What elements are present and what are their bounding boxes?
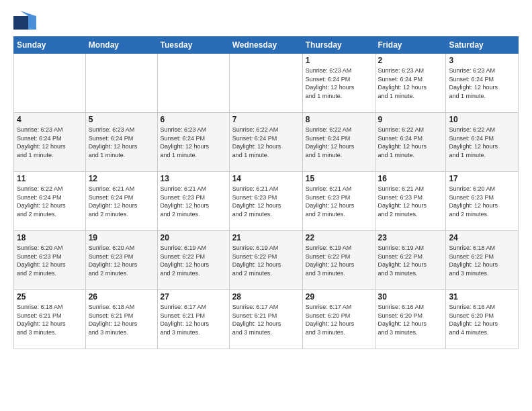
calendar-day-29: 29Sunrise: 6:17 AM Sunset: 6:20 PM Dayli… xyxy=(302,290,375,349)
day-number: 4 xyxy=(17,115,83,124)
day-info: Sunrise: 6:20 AM Sunset: 6:23 PM Dayligh… xyxy=(449,185,515,218)
day-number: 17 xyxy=(449,174,515,183)
calendar-header-row: SundayMondayTuesdayWednesdayThursdayFrid… xyxy=(14,37,519,54)
calendar-day-21: 21Sunrise: 6:19 AM Sunset: 6:22 PM Dayli… xyxy=(229,231,302,290)
day-info: Sunrise: 6:21 AM Sunset: 6:24 PM Dayligh… xyxy=(89,185,154,218)
weekday-header-wednesday: Wednesday xyxy=(229,37,302,54)
calendar-day-15: 15Sunrise: 6:21 AM Sunset: 6:23 PM Dayli… xyxy=(302,172,375,231)
calendar-table: SundayMondayTuesdayWednesdayThursdayFrid… xyxy=(13,36,519,349)
day-info: Sunrise: 6:20 AM Sunset: 6:23 PM Dayligh… xyxy=(89,244,154,277)
day-number: 24 xyxy=(449,233,515,242)
day-info: Sunrise: 6:23 AM Sunset: 6:24 PM Dayligh… xyxy=(449,66,515,100)
calendar-day-31: 31Sunrise: 6:16 AM Sunset: 6:20 PM Dayli… xyxy=(446,290,519,349)
day-number: 7 xyxy=(232,115,300,124)
day-number: 19 xyxy=(89,233,154,242)
day-info: Sunrise: 6:17 AM Sunset: 6:21 PM Dayligh… xyxy=(232,303,300,336)
day-number: 28 xyxy=(232,292,300,302)
day-info: Sunrise: 6:21 AM Sunset: 6:23 PM Dayligh… xyxy=(378,185,443,218)
calendar-week-4: 18Sunrise: 6:20 AM Sunset: 6:23 PM Dayli… xyxy=(14,231,519,290)
calendar-day-19: 19Sunrise: 6:20 AM Sunset: 6:23 PM Dayli… xyxy=(85,231,157,290)
day-number: 31 xyxy=(449,292,515,302)
calendar-day-17: 17Sunrise: 6:20 AM Sunset: 6:23 PM Dayli… xyxy=(446,172,519,231)
day-info: Sunrise: 6:23 AM Sunset: 6:24 PM Dayligh… xyxy=(378,66,443,100)
logo xyxy=(13,11,39,30)
calendar-day-9: 9Sunrise: 6:22 AM Sunset: 6:24 PM Daylig… xyxy=(375,113,446,172)
day-info: Sunrise: 6:21 AM Sunset: 6:23 PM Dayligh… xyxy=(232,185,300,218)
calendar-day-26: 26Sunrise: 6:18 AM Sunset: 6:21 PM Dayli… xyxy=(85,290,157,349)
day-number: 8 xyxy=(306,115,372,124)
day-info: Sunrise: 6:22 AM Sunset: 6:24 PM Dayligh… xyxy=(378,126,443,159)
day-number: 25 xyxy=(17,292,83,302)
day-number: 6 xyxy=(161,115,226,124)
calendar-day-22: 22Sunrise: 6:19 AM Sunset: 6:22 PM Dayli… xyxy=(302,231,375,290)
weekday-header-thursday: Thursday xyxy=(302,37,375,54)
day-info: Sunrise: 6:19 AM Sunset: 6:22 PM Dayligh… xyxy=(232,244,300,277)
day-number: 26 xyxy=(89,292,154,302)
day-info: Sunrise: 6:20 AM Sunset: 6:23 PM Dayligh… xyxy=(17,244,83,277)
day-info: Sunrise: 6:21 AM Sunset: 6:23 PM Dayligh… xyxy=(306,185,372,218)
calendar-day-5: 5Sunrise: 6:23 AM Sunset: 6:24 PM Daylig… xyxy=(85,113,157,172)
day-info: Sunrise: 6:21 AM Sunset: 6:23 PM Dayligh… xyxy=(161,185,226,218)
day-number: 1 xyxy=(306,56,372,65)
calendar-week-1: 1Sunrise: 6:23 AM Sunset: 6:24 PM Daylig… xyxy=(14,54,519,113)
weekday-header-saturday: Saturday xyxy=(446,37,519,54)
weekday-header-friday: Friday xyxy=(375,37,446,54)
day-info: Sunrise: 6:19 AM Sunset: 6:22 PM Dayligh… xyxy=(161,244,226,277)
calendar-day-2: 2Sunrise: 6:23 AM Sunset: 6:24 PM Daylig… xyxy=(375,54,446,113)
calendar-week-5: 25Sunrise: 6:18 AM Sunset: 6:21 PM Dayli… xyxy=(14,290,519,349)
calendar-week-2: 4Sunrise: 6:23 AM Sunset: 6:24 PM Daylig… xyxy=(14,113,519,172)
calendar-day-25: 25Sunrise: 6:18 AM Sunset: 6:21 PM Dayli… xyxy=(14,290,86,349)
day-number: 21 xyxy=(232,233,300,242)
calendar-day-4: 4Sunrise: 6:23 AM Sunset: 6:24 PM Daylig… xyxy=(14,113,86,172)
weekday-header-monday: Monday xyxy=(85,37,157,54)
day-info: Sunrise: 6:22 AM Sunset: 6:24 PM Dayligh… xyxy=(449,126,515,159)
day-number: 18 xyxy=(17,233,83,242)
calendar-day-30: 30Sunrise: 6:16 AM Sunset: 6:20 PM Dayli… xyxy=(375,290,446,349)
day-number: 11 xyxy=(17,174,83,183)
day-number: 2 xyxy=(378,56,443,65)
calendar-empty-cell xyxy=(229,54,302,113)
calendar-day-24: 24Sunrise: 6:18 AM Sunset: 6:22 PM Dayli… xyxy=(446,231,519,290)
day-number: 13 xyxy=(161,174,226,183)
day-info: Sunrise: 6:23 AM Sunset: 6:24 PM Dayligh… xyxy=(17,126,83,159)
day-info: Sunrise: 6:22 AM Sunset: 6:24 PM Dayligh… xyxy=(17,185,83,218)
day-info: Sunrise: 6:18 AM Sunset: 6:22 PM Dayligh… xyxy=(449,244,515,277)
day-number: 23 xyxy=(378,233,443,242)
day-info: Sunrise: 6:18 AM Sunset: 6:21 PM Dayligh… xyxy=(89,303,154,336)
day-number: 29 xyxy=(306,292,372,302)
day-number: 9 xyxy=(378,115,443,124)
day-info: Sunrise: 6:23 AM Sunset: 6:24 PM Dayligh… xyxy=(306,66,372,100)
day-number: 10 xyxy=(449,115,515,124)
calendar-day-27: 27Sunrise: 6:17 AM Sunset: 6:21 PM Dayli… xyxy=(157,290,229,349)
weekday-header-sunday: Sunday xyxy=(14,37,86,54)
day-number: 20 xyxy=(161,233,226,242)
day-info: Sunrise: 6:17 AM Sunset: 6:20 PM Dayligh… xyxy=(306,303,372,336)
day-number: 15 xyxy=(306,174,372,183)
day-info: Sunrise: 6:19 AM Sunset: 6:22 PM Dayligh… xyxy=(378,244,443,277)
day-info: Sunrise: 6:18 AM Sunset: 6:21 PM Dayligh… xyxy=(17,303,83,336)
day-number: 12 xyxy=(89,174,154,183)
calendar-day-16: 16Sunrise: 6:21 AM Sunset: 6:23 PM Dayli… xyxy=(375,172,446,231)
day-info: Sunrise: 6:22 AM Sunset: 6:24 PM Dayligh… xyxy=(306,126,372,159)
day-number: 3 xyxy=(449,56,515,65)
calendar-empty-cell xyxy=(157,54,229,113)
day-number: 16 xyxy=(378,174,443,183)
day-number: 30 xyxy=(378,292,443,302)
calendar-day-20: 20Sunrise: 6:19 AM Sunset: 6:22 PM Dayli… xyxy=(157,231,229,290)
calendar-day-1: 1Sunrise: 6:23 AM Sunset: 6:24 PM Daylig… xyxy=(302,54,375,113)
calendar-day-8: 8Sunrise: 6:22 AM Sunset: 6:24 PM Daylig… xyxy=(302,113,375,172)
calendar-page: SundayMondayTuesdayWednesdayThursdayFrid… xyxy=(0,0,532,411)
calendar-empty-cell xyxy=(14,54,86,113)
logo-icon xyxy=(13,11,36,30)
calendar-empty-cell xyxy=(85,54,157,113)
calendar-day-13: 13Sunrise: 6:21 AM Sunset: 6:23 PM Dayli… xyxy=(157,172,229,231)
calendar-day-14: 14Sunrise: 6:21 AM Sunset: 6:23 PM Dayli… xyxy=(229,172,302,231)
calendar-day-6: 6Sunrise: 6:23 AM Sunset: 6:24 PM Daylig… xyxy=(157,113,229,172)
calendar-day-11: 11Sunrise: 6:22 AM Sunset: 6:24 PM Dayli… xyxy=(14,172,86,231)
day-info: Sunrise: 6:16 AM Sunset: 6:20 PM Dayligh… xyxy=(449,303,515,336)
calendar-day-23: 23Sunrise: 6:19 AM Sunset: 6:22 PM Dayli… xyxy=(375,231,446,290)
day-info: Sunrise: 6:22 AM Sunset: 6:24 PM Dayligh… xyxy=(232,126,300,159)
day-number: 22 xyxy=(306,233,372,242)
day-info: Sunrise: 6:19 AM Sunset: 6:22 PM Dayligh… xyxy=(306,244,372,277)
calendar-day-10: 10Sunrise: 6:22 AM Sunset: 6:24 PM Dayli… xyxy=(446,113,519,172)
